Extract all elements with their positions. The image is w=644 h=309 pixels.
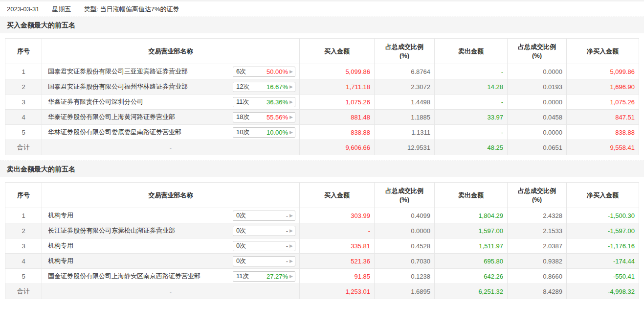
- date-bar: 2023-03-31 星期五 类型: 当日涨幅偏离值达7%的证券: [0, 1, 644, 17]
- net-buy-cell: -1,176.16: [567, 238, 639, 254]
- appearance-count: 0次: [236, 257, 246, 265]
- col-buy-ratio: 占总成交比例 (%): [375, 183, 435, 208]
- broker-name: 机构专用: [48, 211, 73, 220]
- sell-ratio-cell: 8.4289: [508, 284, 567, 299]
- section-header-sell: 卖出金额最大的前五名: [0, 161, 644, 177]
- arrow-icon: ▶: [289, 130, 293, 135]
- arrow-icon: ▶: [289, 274, 293, 279]
- appearance-badge[interactable]: 10次10.00%▶: [233, 127, 295, 138]
- net-buy-cell: 847.51: [567, 110, 639, 125]
- appearance-badge[interactable]: 18次55.56%▶: [233, 112, 295, 122]
- col-buy-ratio: 占总成交比例 (%): [375, 39, 435, 64]
- buy-ratio-cell: 0.4099: [375, 208, 435, 223]
- appearance-count: 0次: [236, 211, 246, 220]
- sell-top5-table: 序号交易营业部名称买入金额占总成交比例 (%)卖出金额占总成交比例 (%)净买入…: [5, 182, 639, 299]
- col-rank: 序号: [5, 183, 42, 208]
- net-buy-cell: 9,558.41: [567, 140, 639, 155]
- table-row: 5华林证券股份有限公司娄底娄星南路证券营业部10次10.00%▶838.881.…: [5, 125, 639, 140]
- total-row: 合计-9,606.6612.953148.250.06519,558.41: [5, 140, 639, 155]
- win-rate: 16.67%: [266, 83, 288, 91]
- col-broker-name: 交易营业部名称: [42, 39, 300, 64]
- sell-amount-cell: -: [435, 64, 508, 79]
- section-title-buy: 买入金额最大的前五名: [7, 21, 75, 30]
- sell-amount-cell: -: [435, 95, 508, 110]
- appearance-badge[interactable]: 11次36.36%▶: [233, 97, 295, 107]
- appearance-badge[interactable]: 6次50.00%▶: [233, 67, 295, 77]
- weekday-text: 星期五: [52, 5, 71, 14]
- buy-amount-cell: 1,711.18: [300, 79, 375, 95]
- buy-amount-cell: 1,253.01: [300, 284, 375, 299]
- sell-amount-cell: 642.26: [435, 269, 508, 284]
- win-rate: -: [286, 212, 288, 219]
- table-row: 2长江证券股份有限公司东莞松山湖证券营业部0次-▶-0.00001,597.00…: [5, 223, 639, 238]
- broker-name: 国金证券股份有限公司上海静安区南京西路证券营业部: [48, 272, 200, 281]
- sell-ratio-cell: 2.0387: [508, 238, 567, 254]
- sell-amount-cell: 1,804.29: [435, 208, 508, 223]
- rank-cell: 5: [5, 269, 42, 284]
- net-buy-cell: 838.88: [567, 125, 639, 140]
- net-buy-cell: 5,099.86: [567, 64, 639, 79]
- arrow-icon: ▶: [289, 259, 293, 263]
- buy-amount-cell: 303.99: [300, 208, 375, 223]
- buy-amount-cell: 5,099.86: [300, 64, 375, 79]
- win-rate: 10.00%: [266, 129, 288, 136]
- rank-cell: 合计: [5, 284, 42, 299]
- rank-cell: 5: [5, 125, 42, 140]
- net-buy-cell: -4,998.32: [567, 284, 639, 299]
- buy-ratio-cell: 1.1885: [375, 110, 435, 125]
- broker-name: 机构专用: [48, 257, 73, 265]
- appearance-badge[interactable]: 11次27.27%▶: [233, 271, 295, 282]
- sell-amount-cell: 1,511.97: [435, 238, 508, 254]
- buy-top5-table: 序号交易营业部名称买入金额占总成交比例 (%)卖出金额占总成交比例 (%)净买入…: [5, 38, 639, 155]
- appearance-count: 6次: [236, 67, 246, 76]
- appearance-count: 12次: [236, 82, 249, 91]
- buy-ratio-cell: 2.3072: [375, 79, 435, 95]
- sell-amount-cell: 48.25: [435, 140, 508, 155]
- broker-name-cell: 国泰君安证券股份有限公司三亚迎宾路证券营业部6次50.00%▶: [42, 64, 300, 79]
- appearance-count: 18次: [236, 113, 249, 121]
- broker-name: 华鑫证券有限责任公司深圳分公司: [48, 97, 143, 106]
- appearance-badge[interactable]: 0次-▶: [233, 256, 295, 266]
- buy-ratio-cell: 0.7030: [375, 254, 435, 269]
- sell-ratio-cell: 0.9382: [508, 254, 567, 269]
- col-rank: 序号: [5, 39, 42, 64]
- broker-name-cell: -: [42, 140, 300, 155]
- col-buy-amount: 买入金额: [300, 183, 375, 208]
- rank-cell: 2: [5, 223, 42, 238]
- sell-amount-cell: 695.80: [435, 254, 508, 269]
- table-row: 1机构专用0次-▶303.990.40991,804.292.4328-1,50…: [5, 208, 639, 223]
- broker-name-cell: 机构专用0次-▶: [42, 208, 300, 223]
- appearance-badge[interactable]: 0次-▶: [233, 211, 295, 221]
- buy-amount-cell: 9,606.66: [300, 140, 375, 155]
- sell-table-wrap: 序号交易营业部名称买入金额占总成交比例 (%)卖出金额占总成交比例 (%)净买入…: [5, 182, 639, 299]
- rank-cell: 3: [5, 238, 42, 254]
- sell-ratio-cell: 2.4328: [508, 208, 567, 223]
- rank-cell: 1: [5, 208, 42, 223]
- buy-ratio-cell: 0.4528: [375, 238, 435, 254]
- appearance-count: 0次: [236, 226, 246, 235]
- section-header-buy: 买入金额最大的前五名: [0, 17, 644, 33]
- sell-ratio-cell: 0.8660: [508, 269, 567, 284]
- arrow-icon: ▶: [289, 229, 293, 233]
- broker-name-cell: 国金证券股份有限公司上海静安区南京西路证券营业部11次27.27%▶: [42, 269, 300, 284]
- col-net-buy: 净买入金额: [567, 183, 639, 208]
- buy-amount-cell: 881.48: [300, 110, 375, 125]
- buy-amount-cell: 335.81: [300, 238, 375, 254]
- table-row: 4机构专用0次-▶521.360.7030695.800.9382-174.44: [5, 254, 639, 269]
- rank-cell: 2: [5, 79, 42, 95]
- appearance-badge[interactable]: 0次-▶: [233, 226, 295, 236]
- sell-amount-cell: 33.97: [435, 110, 508, 125]
- buy-ratio-cell: 12.9531: [375, 140, 435, 155]
- appearance-badge[interactable]: 12次16.67%▶: [233, 82, 295, 92]
- win-rate: 36.36%: [266, 98, 288, 106]
- broker-name-cell: 机构专用0次-▶: [42, 254, 300, 269]
- win-rate: 55.56%: [266, 114, 288, 121]
- appearance-badge[interactable]: 0次-▶: [233, 241, 295, 251]
- buy-ratio-cell: 0.1238: [375, 269, 435, 284]
- sell-ratio-cell: 0.0458: [508, 110, 567, 125]
- rank-cell: 4: [5, 110, 42, 125]
- rank-cell: 4: [5, 254, 42, 269]
- win-rate: 50.00%: [266, 68, 288, 75]
- broker-name: 机构专用: [48, 241, 73, 250]
- appearance-count: 0次: [236, 241, 246, 250]
